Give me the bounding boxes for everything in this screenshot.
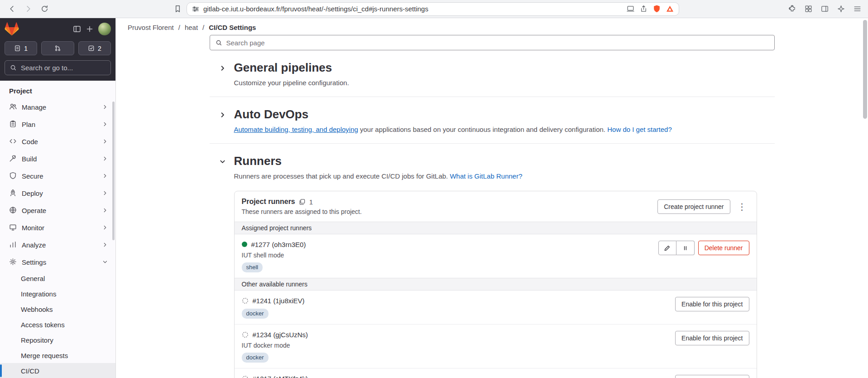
url-text[interactable]: gitlab-ce.iut.u-bordeaux.fr/fpruvost/hea… [203, 5, 623, 13]
sidebar-subitem-cicd[interactable]: CI/CD [0, 363, 115, 378]
sidebar-item-label: Build [22, 155, 37, 163]
back-button[interactable] [5, 2, 19, 16]
delete-runner-button[interactable]: Delete runner [698, 241, 749, 255]
sidebar-subitem-access-tokens[interactable]: Access tokens [0, 317, 115, 332]
enable-runner-button[interactable]: Enable for this project [675, 331, 749, 345]
project-runners-card: Project runners 1 These runners are assi… [234, 191, 757, 378]
edit-runner-button[interactable] [658, 241, 676, 255]
extensions-button[interactable] [786, 2, 798, 16]
sidebar-scrollbar[interactable] [112, 102, 115, 240]
runner-id-link[interactable]: #1234 (gjCsUzNs) [253, 331, 308, 339]
collapse-runners-button[interactable] [219, 157, 227, 165]
section-auto-devops: Auto DevOps Automate building, testing, … [210, 97, 775, 143]
install-app-icon[interactable] [626, 5, 635, 13]
page-scrollbar[interactable] [863, 20, 867, 376]
share-icon[interactable] [639, 5, 648, 13]
sidebar-item-code[interactable]: Code [0, 133, 115, 150]
brave-rewards-icon[interactable] [666, 5, 674, 13]
todos-count: 2 [98, 45, 101, 52]
sidebar-item-settings[interactable]: Settings [0, 253, 115, 271]
section-runners: Runners Runners are processes that pick … [210, 144, 775, 378]
breadcrumb-separator: / [178, 24, 180, 31]
site-info-icon[interactable] [192, 5, 200, 13]
sidebar-item-label: Plan [22, 121, 35, 128]
sidebar-subitem-repository[interactable]: Repository [0, 332, 115, 348]
browser-menu-button[interactable] [851, 2, 863, 16]
bookmark-button[interactable] [170, 2, 185, 16]
chevron-right-icon [102, 104, 108, 110]
subitem-label: General [21, 275, 45, 282]
general-pipelines-title: General pipelines [234, 60, 775, 75]
expand-auto-devops-button[interactable] [219, 111, 227, 119]
shield-icon [9, 172, 17, 179]
runner-id-link[interactable]: #1241 (1ju8xiEV) [253, 297, 305, 305]
general-pipelines-description: Customize your pipeline configuration. [234, 78, 775, 87]
breadcrumb-project-link[interactable]: heat [185, 24, 198, 31]
sidebar-item-label: Operate [22, 207, 46, 214]
chevron-right-icon [219, 111, 226, 118]
auto-devops-link[interactable]: Automate building, testing, and deployin… [234, 126, 358, 133]
todo-check-icon [88, 45, 95, 52]
gitlab-logo[interactable] [5, 22, 19, 36]
page-scrollbar-thumb[interactable] [863, 20, 867, 119]
forward-arrow-icon [24, 5, 33, 13]
browser-toolbar: gitlab-ce.iut.u-bordeaux.fr/fpruvost/hea… [0, 0, 868, 18]
runner-id-link[interactable]: #1217 (sMTKfz4k) [253, 375, 308, 378]
runner-options-kebab-icon[interactable]: ⋮ [735, 200, 749, 213]
runner-row: #1241 (1ju8xiEV) docker Enable for this … [235, 291, 757, 324]
address-bar[interactable]: gitlab-ce.iut.u-bordeaux.fr/fpruvost/hea… [187, 2, 679, 16]
breadcrumb-group-link[interactable]: Pruvost Florent [128, 24, 174, 31]
create-project-runner-button[interactable]: Create project runner [657, 199, 730, 214]
chevron-right-icon [102, 224, 108, 231]
chevron-right-icon [102, 242, 108, 248]
page-search-input[interactable] [226, 39, 769, 47]
sidebar-subitem-webhooks[interactable]: Webhooks [0, 301, 115, 317]
chevron-right-icon [102, 155, 108, 162]
reload-button[interactable] [37, 2, 52, 16]
sidebar-item-operate[interactable]: Operate [0, 202, 115, 219]
auto-devops-title: Auto DevOps [234, 107, 775, 121]
wallet-button[interactable] [802, 2, 815, 16]
create-new-button[interactable] [86, 25, 94, 33]
chart-icon [9, 241, 17, 248]
sidebar-item-manage[interactable]: Manage [0, 98, 115, 116]
search-icon [10, 64, 17, 71]
chevron-down-icon [219, 158, 226, 165]
runners-count-icon [299, 199, 306, 205]
sidebar-subitem-integrations[interactable]: Integrations [0, 286, 115, 301]
merge-requests-shortcut-button[interactable] [41, 41, 74, 55]
sidebar-subitem-general[interactable]: General [0, 271, 115, 286]
sidebar-item-plan[interactable]: Plan [0, 116, 115, 133]
globe-icon [9, 206, 17, 214]
breadcrumb: Pruvost Florent / heat / CI/CD Settings [116, 18, 868, 31]
bookmark-icon [173, 5, 182, 13]
sidebar-subitem-merge-requests[interactable]: Merge requests [0, 348, 115, 363]
enable-runner-button[interactable]: Enable for this project [675, 375, 749, 378]
sidebar-item-build[interactable]: Build [0, 150, 115, 167]
user-avatar[interactable] [98, 23, 111, 35]
sidebar-item-deploy[interactable]: Deploy [0, 184, 115, 202]
expand-general-pipelines-button[interactable] [219, 64, 227, 72]
sidebar-toggle-button[interactable] [818, 2, 831, 16]
chevron-right-icon [102, 138, 108, 145]
todos-shortcut-button[interactable]: 2 [78, 41, 111, 55]
what-is-gitlab-runner-link[interactable]: What is GitLab Runner? [450, 172, 522, 180]
runner-id-link[interactable]: #1277 (oh3rn3E0) [251, 241, 306, 248]
code-icon [9, 137, 17, 145]
collapse-sidebar-button[interactable] [73, 25, 81, 33]
brave-shields-icon[interactable] [652, 5, 661, 13]
how-do-i-get-started-link[interactable]: How do I get started? [607, 126, 672, 133]
enable-runner-button[interactable]: Enable for this project [675, 297, 749, 311]
pencil-icon [664, 245, 671, 252]
sidebar-item-secure[interactable]: Secure [0, 167, 115, 184]
leo-ai-button[interactable] [834, 2, 847, 16]
sidebar-item-analyze[interactable]: Analyze [0, 236, 115, 253]
search-icon [216, 39, 222, 46]
pause-runner-button[interactable] [676, 241, 695, 255]
forward-button[interactable] [21, 2, 35, 16]
issues-shortcut-button[interactable]: 1 [5, 41, 37, 55]
subitem-label: Webhooks [21, 305, 53, 313]
sidebar-item-monitor[interactable]: Monitor [0, 219, 115, 236]
search-or-go-to[interactable]: Search or go to... [5, 60, 111, 75]
runner-online-status-icon [242, 242, 247, 247]
